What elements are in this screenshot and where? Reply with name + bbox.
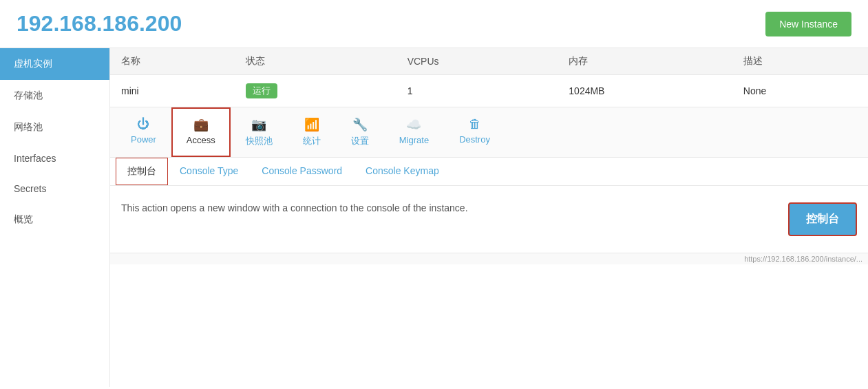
console-tab-keymap[interactable]: Console Keymap (354, 158, 451, 185)
sidebar-item-secrets[interactable]: Secrets (0, 174, 109, 204)
wrench-icon: 🔧 (352, 117, 368, 132)
trash-icon: 🗑 (469, 117, 481, 132)
camera-icon: 📷 (251, 117, 266, 132)
console-content: This action opens a new window with a co… (110, 186, 868, 253)
tab-snapshot[interactable]: 📷 快照池 (231, 107, 288, 157)
col-name: 名称 (110, 48, 235, 75)
tab-settings-label: 设置 (351, 135, 369, 147)
col-description: 描述 (732, 48, 868, 75)
tab-power[interactable]: ⏻ Power (116, 107, 171, 157)
tab-stats[interactable]: 📶 统计 (288, 107, 336, 157)
access-icon: 💼 (193, 117, 209, 132)
page-title: 192.168.186.200 (17, 11, 182, 36)
tab-migrate[interactable]: ☁️ Migrate (384, 107, 444, 157)
status-bar: https://192.168.186.200/instance/... (110, 253, 868, 264)
tab-settings[interactable]: 🔧 设置 (336, 107, 384, 157)
col-status: 状态 (235, 48, 396, 75)
tab-destroy[interactable]: 🗑 Destroy (444, 107, 505, 157)
cloud-icon: ☁️ (406, 117, 421, 132)
instance-description: None (732, 75, 868, 107)
stats-icon: 📶 (304, 117, 319, 132)
console-description: This action opens a new window with a co… (121, 202, 468, 213)
table-row: mini 运行 1 1024MB None (110, 75, 868, 107)
console-tab-type[interactable]: Console Type (168, 158, 250, 185)
tab-snapshot-label: 快照池 (246, 135, 273, 147)
col-memory: 内存 (558, 48, 732, 75)
tab-access-label: Access (187, 135, 215, 145)
instance-table: 名称 状态 VCPUs 内存 描述 mini 运行 1 1024MB None (110, 48, 868, 107)
tab-migrate-label: Migrate (399, 135, 429, 145)
tab-power-label: Power (131, 134, 156, 145)
header: 192.168.186.200 New Instance (0, 0, 868, 48)
instance-memory: 1024MB (558, 75, 732, 107)
col-vcpus: VCPUs (396, 48, 558, 75)
instance-name: mini (110, 75, 235, 107)
status-url: https://192.168.186.200/instance/... (744, 255, 862, 263)
new-instance-button[interactable]: New Instance (765, 12, 851, 36)
console-tab-password[interactable]: Console Password (250, 158, 354, 185)
sidebar-item-network-pool[interactable]: 网络池 (0, 112, 109, 143)
tab-access[interactable]: 💼 Access (171, 107, 231, 157)
tab-destroy-label: Destroy (459, 134, 490, 145)
power-icon: ⏻ (137, 117, 149, 132)
sidebar-item-interfaces[interactable]: Interfaces (0, 143, 109, 174)
console-tab-terminal[interactable]: 控制台 (116, 158, 168, 185)
console-tabs: 控制台 Console Type Console Password Consol… (110, 158, 868, 186)
instance-status: 运行 (235, 75, 396, 107)
main-layout: 虚机实例 存储池 网络池 Interfaces Secrets 概览 名称 状态… (0, 48, 868, 387)
instance-vcpus: 1 (396, 75, 558, 107)
sidebar-item-vm-instance[interactable]: 虚机实例 (0, 48, 109, 80)
sidebar: 虚机实例 存储池 网络池 Interfaces Secrets 概览 (0, 48, 110, 387)
sidebar-item-overview[interactable]: 概览 (0, 204, 109, 235)
tab-stats-label: 统计 (303, 135, 321, 147)
status-badge: 运行 (246, 83, 277, 98)
sidebar-item-storage-pool[interactable]: 存储池 (0, 80, 109, 112)
console-open-button[interactable]: 控制台 (788, 202, 857, 236)
action-tabs: ⏻ Power 💼 Access 📷 快照池 📶 统计 🔧 设置 ☁️ Mi (110, 107, 868, 158)
main-content: 名称 状态 VCPUs 内存 描述 mini 运行 1 1024MB None (110, 48, 868, 387)
